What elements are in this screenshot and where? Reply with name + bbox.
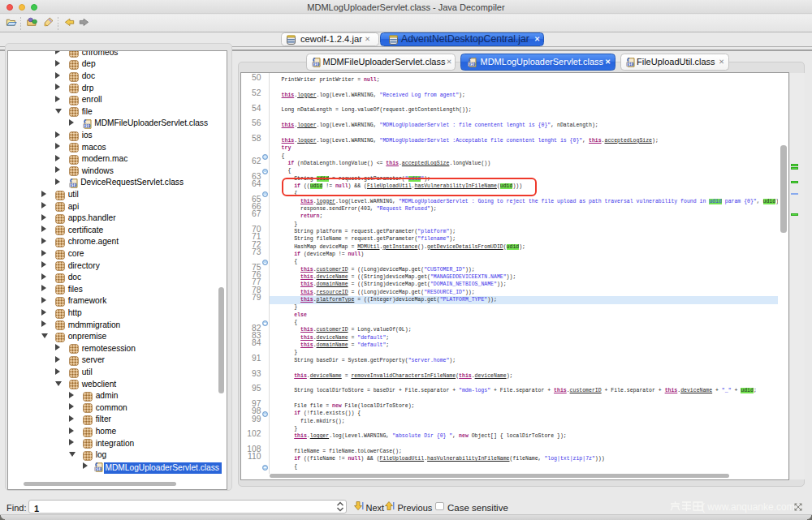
svg-text:010: 010 xyxy=(84,124,91,128)
svg-text:010: 010 xyxy=(627,62,634,66)
svg-text:010: 010 xyxy=(469,62,476,66)
svg-text:010: 010 xyxy=(313,62,320,66)
svg-text:010: 010 xyxy=(95,467,102,471)
svg-text:010: 010 xyxy=(70,183,77,187)
